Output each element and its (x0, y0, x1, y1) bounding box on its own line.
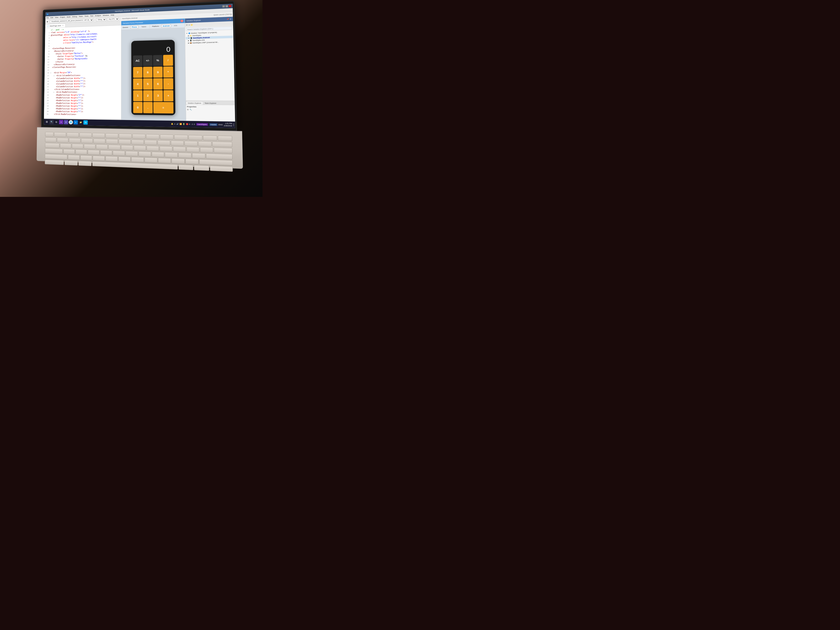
toolbar-debug-play[interactable]: ▶ (46, 21, 49, 23)
key-r[interactable] (96, 144, 108, 150)
calc-btn-equals[interactable]: = (153, 102, 173, 113)
android-tab[interactable]: Android (161, 24, 171, 27)
key-lwin[interactable] (65, 160, 78, 166)
taskbar-taskview[interactable]: ⧉ (54, 120, 58, 124)
menu-debug[interactable]: Debug (72, 16, 77, 18)
configuration-dropdown[interactable]: Debug (96, 18, 106, 21)
key-b[interactable] (118, 156, 131, 162)
key-f8[interactable] (146, 134, 159, 139)
notification-icon[interactable]: 🔔 (171, 123, 173, 125)
calc-btn-multiply[interactable]: * (163, 66, 173, 78)
key-8[interactable] (144, 140, 157, 145)
key-9[interactable] (158, 140, 170, 145)
key-o[interactable] (160, 146, 172, 152)
key-lbracket[interactable] (186, 147, 199, 152)
taskbar-search[interactable]: 🔍 (49, 120, 54, 124)
start-button[interactable]: ⊞ (45, 120, 49, 124)
key-e[interactable] (84, 144, 96, 149)
calc-btn-3[interactable]: 3 (153, 90, 163, 101)
key-7[interactable] (131, 140, 144, 145)
key-f7[interactable] (133, 134, 145, 139)
key-y[interactable] (121, 145, 133, 150)
key-fn[interactable] (194, 165, 209, 171)
calc-btn-2[interactable]: 2 (143, 90, 153, 101)
taskbar-chrome[interactable]: 🌐 (69, 120, 73, 125)
key-1[interactable] (57, 138, 68, 143)
key-l[interactable] (165, 152, 178, 158)
key-p[interactable] (173, 147, 186, 152)
battery-icon[interactable]: 🔋 (183, 123, 185, 125)
menu-view[interactable]: View (55, 16, 58, 19)
key-a[interactable] (63, 149, 75, 154)
key-quote[interactable] (192, 153, 205, 158)
key-rshift[interactable] (199, 159, 233, 166)
key-backtick[interactable] (45, 137, 56, 142)
menu-analyze[interactable]: Analyze (95, 14, 101, 17)
key-4[interactable] (93, 139, 105, 144)
calc-btn-7[interactable]: 7 (133, 67, 142, 78)
key-w[interactable] (72, 144, 83, 149)
sol-folder-icon[interactable]: 📁 (190, 24, 193, 26)
menu-file[interactable]: File (46, 17, 49, 19)
key-j[interactable] (139, 151, 151, 157)
key-d[interactable] (88, 150, 99, 155)
key-lalt[interactable] (78, 161, 92, 166)
sol-filter-icon[interactable]: ≡ (188, 24, 190, 26)
key-lshift[interactable] (45, 154, 67, 159)
speaker-icon[interactable]: 🔊 (177, 123, 179, 125)
key-backslash[interactable] (214, 148, 232, 153)
key-2[interactable] (69, 138, 81, 143)
menu-build[interactable]: Build (67, 16, 70, 18)
key-v[interactable] (106, 156, 117, 161)
key-c[interactable] (93, 156, 105, 161)
taskbar-store[interactable]: 🛍 (83, 120, 88, 125)
minimize-btn[interactable]: ─ (222, 5, 225, 8)
calc-btn-plusminus[interactable]: +/- (143, 55, 152, 66)
key-rctrl[interactable] (210, 166, 233, 172)
key-caps[interactable] (45, 148, 63, 154)
key-5[interactable] (106, 139, 118, 144)
key-period[interactable] (172, 158, 185, 164)
calc-btn-add[interactable]: + (164, 90, 173, 101)
key-lctrl[interactable] (45, 159, 64, 165)
calc-btn-subtract[interactable]: - (163, 78, 173, 89)
calc-btn-5[interactable]: 5 (143, 78, 153, 89)
calc-btn-8[interactable]: 8 (143, 67, 152, 78)
ios-tab[interactable]: iOS (173, 24, 178, 27)
taskbar-vs[interactable]: V (59, 120, 63, 125)
tab-solution-explorer[interactable]: Solution Explorer (186, 101, 203, 105)
key-t[interactable] (109, 145, 120, 150)
key-f6[interactable] (119, 134, 132, 139)
calc-btn-4[interactable]: 4 (133, 79, 142, 90)
active-editor-tab[interactable]: 📄 MainPage.xaml ✕ (45, 24, 65, 28)
taskbar-edge[interactable]: e (74, 120, 78, 125)
key-tab[interactable] (45, 143, 59, 148)
key-ralt[interactable] (178, 164, 194, 170)
key-h[interactable] (126, 151, 138, 156)
menu-edit[interactable]: Edit (51, 17, 53, 19)
code-editor[interactable]: <!-- @xml --> 1 <?xml version="1.0" enco… (44, 25, 121, 119)
menu-team[interactable]: Team (79, 16, 83, 17)
key-f9[interactable] (160, 134, 174, 140)
calc-btn-0[interactable]: 0 (133, 102, 142, 113)
key-g[interactable] (113, 151, 125, 156)
taskbar-explorer[interactable]: 📁 (79, 120, 83, 125)
key-f2[interactable] (67, 132, 79, 137)
menu-project[interactable]: Project (60, 16, 65, 18)
key-f3[interactable] (80, 133, 92, 138)
key-k[interactable] (152, 152, 164, 157)
key-f12[interactable] (203, 136, 217, 141)
calc-btn-divide[interactable]: / (163, 55, 173, 66)
key-equal[interactable] (198, 141, 212, 147)
key-m[interactable] (145, 157, 157, 163)
key-n[interactable] (131, 157, 144, 162)
props-sort-icon[interactable]: ⚙ (187, 109, 188, 111)
key-f11[interactable] (188, 135, 202, 141)
menu-help[interactable]: Help (111, 14, 114, 16)
menu-test[interactable]: Test (90, 15, 93, 17)
tab-team-explorer[interactable]: Team Explorer (203, 102, 218, 105)
key-del[interactable] (218, 136, 232, 141)
key-u[interactable] (134, 145, 146, 151)
key-0[interactable] (171, 141, 184, 146)
platform-dropdown[interactable]: Any CPU (107, 17, 119, 21)
